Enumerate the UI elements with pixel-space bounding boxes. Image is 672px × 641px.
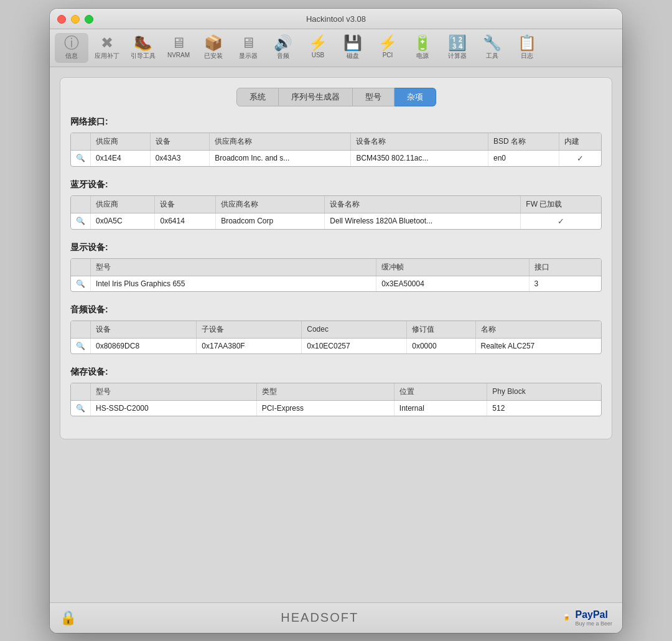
toolbar-patch[interactable]: ✖ 应用补丁 bbox=[90, 33, 124, 63]
bt-vendor-name: Broadcom Corp bbox=[216, 213, 325, 229]
tab-serial[interactable]: 序列号生成器 bbox=[279, 88, 353, 106]
info-icon: ⓘ bbox=[64, 35, 79, 50]
network-col-vendor: 供应商 bbox=[91, 133, 151, 151]
audio-col-name: 名称 bbox=[475, 321, 601, 339]
bt-device-name: Dell Wireless 1820A Bluetoot... bbox=[325, 213, 521, 229]
stor-col-location: 位置 bbox=[394, 383, 487, 401]
audio-table: 设备 子设备 Codec 修订值 名称 🔍 0x80869DC8 bbox=[71, 321, 601, 353]
log-icon: 📋 bbox=[518, 35, 536, 50]
display-section: 显示设备: 型号 缓冲帧 接口 bbox=[70, 242, 602, 292]
tab-misc[interactable]: 杂项 bbox=[394, 88, 436, 106]
network-header-row: 供应商 设备 供应商名称 设备名称 BSD 名称 内建 bbox=[71, 133, 601, 151]
network-search-icon[interactable]: 🔍 bbox=[71, 150, 91, 166]
titlebar: Hackintool v3.08 bbox=[50, 9, 622, 29]
network-device-name: BCM4350 802.11ac... bbox=[351, 150, 488, 166]
audio-col-revision: 修订值 bbox=[407, 321, 475, 339]
network-vendor-name: Broadcom Inc. and s... bbox=[210, 150, 351, 166]
toolbar-tools[interactable]: 🔧 工具 bbox=[475, 33, 509, 63]
patch-icon: ✖ bbox=[101, 35, 113, 50]
bt-vendor: 0x0A5C bbox=[91, 213, 155, 229]
audio-table-container: 设备 子设备 Codec 修订值 名称 🔍 0x80869DC8 bbox=[70, 320, 602, 354]
inner-panel: 系统 序列号生成器 型号 杂项 网络接口: 供应商 设备 供应商名 bbox=[60, 77, 612, 439]
network-title: 网络接口: bbox=[70, 116, 602, 128]
paypal-icon: 🍺 bbox=[562, 614, 571, 622]
audio-section: 音频设备: 设备 子设备 Codec 修订值 名称 bbox=[70, 304, 602, 354]
bluetooth-table-container: 供应商 设备 供应商名称 设备名称 FW 已加载 🔍 0x0A5C bbox=[70, 195, 602, 230]
disp-col-interface: 接口 bbox=[529, 259, 601, 276]
toolbar-pci[interactable]: ⚡ PCI bbox=[371, 33, 404, 63]
tab-system[interactable]: 系统 bbox=[236, 88, 279, 106]
disp-col-framebuffer: 缓冲帧 bbox=[376, 259, 529, 276]
audio-col-subdevice: 子设备 bbox=[197, 321, 302, 339]
network-bsd-name: en0 bbox=[488, 150, 559, 166]
bluetooth-header-row: 供应商 设备 供应商名称 设备名称 FW 已加载 bbox=[71, 196, 601, 213]
network-section: 网络接口: 供应商 设备 供应商名称 设备名称 BSD 名称 内建 bbox=[70, 116, 602, 167]
tab-model[interactable]: 型号 bbox=[353, 88, 394, 106]
toolbar-nvram[interactable]: 🖥 NVRAM bbox=[162, 33, 195, 63]
stor-col-phy: Phy Block bbox=[487, 383, 601, 401]
power-icon: 🔋 bbox=[413, 35, 432, 50]
paypal-logo: PayPal bbox=[575, 609, 607, 620]
close-button[interactable] bbox=[57, 15, 66, 24]
paypal-sub: Buy me a Beer bbox=[575, 620, 612, 627]
footer: 🔒 HEADSOFT 🍺 PayPal Buy me a Beer bbox=[50, 602, 622, 633]
bluetooth-title: 蓝牙设备: bbox=[70, 179, 602, 190]
toolbar-calc[interactable]: 🔢 计算器 bbox=[441, 33, 474, 63]
audio-title: 音频设备: bbox=[70, 304, 602, 316]
bt-device: 0x6414 bbox=[155, 213, 216, 229]
traffic-lights bbox=[57, 15, 93, 24]
toolbar-log[interactable]: 📋 日志 bbox=[510, 33, 544, 63]
network-col-bsd: BSD 名称 bbox=[488, 133, 559, 151]
maximize-button[interactable] bbox=[85, 15, 93, 24]
toolbar-power[interactable]: 🔋 电源 bbox=[406, 33, 439, 63]
network-col-vendor-name: 供应商名称 bbox=[210, 133, 351, 151]
storage-section: 储存设备: 型号 类型 位置 Phy Block bbox=[70, 367, 602, 416]
network-vendor: 0x14E4 bbox=[91, 150, 151, 166]
storage-row: 🔍 HS-SSD-C2000 PCI-Express Internal 512 bbox=[71, 400, 601, 416]
toolbar-audio[interactable]: 🔊 音频 bbox=[266, 33, 300, 63]
network-row: 🔍 0x14E4 0x43A3 Broadcom Inc. and s... B… bbox=[71, 150, 601, 166]
network-col-search bbox=[71, 133, 91, 151]
audio-icon: 🔊 bbox=[274, 35, 292, 50]
paypal-area[interactable]: 🍺 PayPal Buy me a Beer bbox=[562, 609, 612, 627]
audio-col-search bbox=[71, 321, 91, 339]
storage-search-icon[interactable]: 🔍 bbox=[71, 400, 91, 416]
bluetooth-search-icon[interactable]: 🔍 bbox=[71, 213, 91, 229]
toolbar-disk[interactable]: 💾 磁盘 bbox=[336, 33, 370, 63]
audio-name: Realtek ALC257 bbox=[475, 338, 601, 353]
audio-row: 🔍 0x80869DC8 0x17AA380F 0x10EC0257 0x000… bbox=[71, 338, 601, 353]
stor-col-model: 型号 bbox=[91, 383, 257, 401]
stor-location: Internal bbox=[394, 400, 487, 416]
disp-interface: 3 bbox=[529, 276, 601, 291]
display-header-row: 型号 缓冲帧 接口 bbox=[71, 259, 601, 276]
audio-device: 0x80869DC8 bbox=[91, 338, 197, 353]
display-search-icon[interactable]: 🔍 bbox=[71, 276, 91, 291]
minimize-button[interactable] bbox=[71, 15, 80, 24]
bluetooth-row: 🔍 0x0A5C 0x6414 Broadcom Corp Dell Wirel… bbox=[71, 213, 601, 229]
audio-col-codec: Codec bbox=[302, 321, 407, 339]
main-window: Hackintool v3.08 ⓘ 信息 ✖ 应用补丁 🥾 引导工具 🖥 NV… bbox=[50, 9, 622, 633]
audio-search-icon[interactable]: 🔍 bbox=[71, 338, 91, 353]
audio-header-row: 设备 子设备 Codec 修订值 名称 bbox=[71, 321, 601, 339]
network-builtin: ✓ bbox=[559, 150, 601, 166]
toolbar-boot[interactable]: 🥾 引导工具 bbox=[126, 33, 161, 63]
stor-col-type: 类型 bbox=[256, 383, 394, 401]
storage-title: 储存设备: bbox=[70, 367, 602, 378]
audio-subdevice: 0x17AA380F bbox=[197, 338, 302, 353]
toolbar-installed[interactable]: 📦 已安装 bbox=[197, 33, 230, 63]
disp-framebuffer: 0x3EA50004 bbox=[376, 276, 529, 291]
network-col-device-name: 设备名称 bbox=[351, 133, 488, 151]
disp-col-search bbox=[71, 259, 91, 276]
pci-icon: ⚡ bbox=[378, 35, 397, 50]
tab-bar: 系统 序列号生成器 型号 杂项 bbox=[70, 88, 602, 106]
storage-table: 型号 类型 位置 Phy Block 🔍 HS-SSD-C2000 PCI-Ex… bbox=[71, 383, 601, 416]
toolbar-info[interactable]: ⓘ 信息 bbox=[55, 33, 88, 63]
toolbar-usb[interactable]: ⚡ USB bbox=[301, 33, 335, 63]
storage-table-container: 型号 类型 位置 Phy Block 🔍 HS-SSD-C2000 PCI-Ex… bbox=[70, 383, 602, 416]
display-table-container: 型号 缓冲帧 接口 🔍 Intel Iris Plus Graphics 655… bbox=[70, 258, 602, 292]
bt-col-search bbox=[71, 196, 91, 213]
toolbar-display[interactable]: 🖥 显示器 bbox=[231, 33, 265, 63]
installed-icon: 📦 bbox=[204, 35, 223, 50]
disp-model: Intel Iris Plus Graphics 655 bbox=[91, 276, 376, 291]
network-table: 供应商 设备 供应商名称 设备名称 BSD 名称 内建 🔍 0 bbox=[71, 133, 601, 166]
